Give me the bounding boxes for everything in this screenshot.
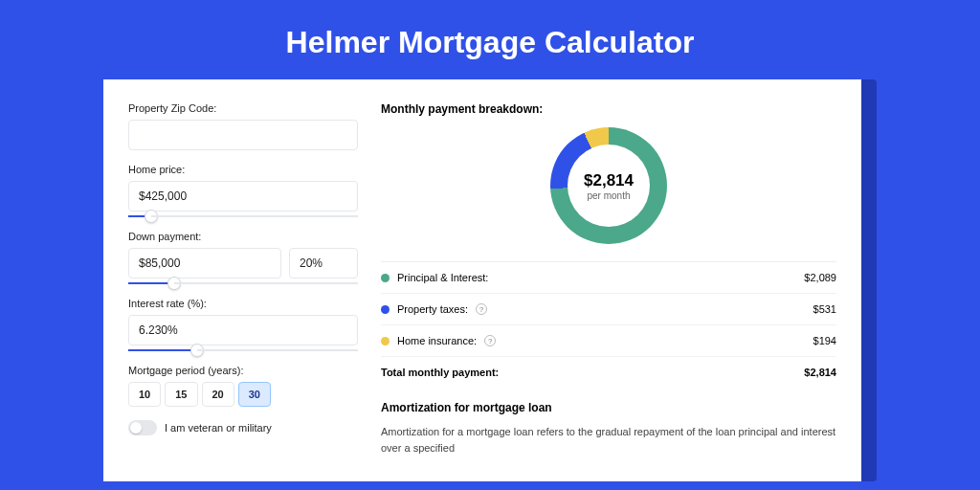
zip-input[interactable] bbox=[128, 120, 358, 150]
period-group: 10 15 20 30 bbox=[128, 382, 358, 407]
legend-value: $2,089 bbox=[804, 272, 836, 283]
home-price-field: Home price: bbox=[128, 164, 358, 217]
down-payment-field: Down payment: bbox=[128, 231, 358, 284]
help-icon[interactable]: ? bbox=[476, 303, 487, 315]
dot-icon bbox=[381, 337, 390, 345]
period-field: Mortgage period (years): 10 15 20 30 bbox=[128, 365, 358, 407]
breakdown-column: Monthly payment breakdown: $2,814 per mo… bbox=[381, 102, 836, 481]
help-icon[interactable]: ? bbox=[484, 335, 496, 346]
page-title: Helmer Mortgage Calculator bbox=[0, 0, 980, 79]
period-option-15[interactable]: 15 bbox=[165, 382, 197, 407]
calculator-card: Property Zip Code: Home price: Down paym… bbox=[103, 79, 861, 481]
inputs-column: Property Zip Code: Home price: Down paym… bbox=[128, 102, 358, 481]
period-option-30[interactable]: 30 bbox=[238, 382, 271, 407]
legend: Principal & Interest: $2,089 Property ta… bbox=[381, 261, 836, 388]
period-option-10[interactable]: 10 bbox=[128, 382, 161, 407]
total-value: $2,814 bbox=[804, 367, 836, 378]
home-price-input[interactable] bbox=[128, 181, 358, 212]
legend-label: Property taxes: bbox=[397, 303, 468, 315]
interest-slider-thumb[interactable] bbox=[190, 344, 204, 357]
legend-value: $531 bbox=[813, 303, 836, 315]
down-payment-slider[interactable] bbox=[128, 282, 358, 284]
legend-row-insurance: Home insurance: ? $194 bbox=[381, 325, 836, 357]
amort-title: Amortization for mortgage loan bbox=[381, 401, 836, 414]
donut-value: $2,814 bbox=[584, 171, 634, 190]
veteran-label: I am veteran or military bbox=[165, 422, 272, 434]
legend-row-taxes: Property taxes: ? $531 bbox=[381, 294, 836, 325]
interest-input[interactable] bbox=[128, 315, 358, 345]
veteran-toggle[interactable] bbox=[128, 420, 157, 435]
down-payment-slider-thumb[interactable] bbox=[167, 277, 181, 290]
total-label: Total monthly payment: bbox=[381, 367, 499, 378]
breakdown-title: Monthly payment breakdown: bbox=[381, 102, 836, 116]
period-label: Mortgage period (years): bbox=[128, 365, 358, 376]
home-price-label: Home price: bbox=[128, 164, 358, 175]
legend-row-principal: Principal & Interest: $2,089 bbox=[381, 262, 836, 294]
legend-value: $194 bbox=[813, 335, 836, 346]
payment-donut-chart: $2,814 per month bbox=[550, 127, 667, 244]
home-price-slider[interactable] bbox=[128, 215, 358, 217]
down-payment-pct-input[interactable] bbox=[289, 248, 358, 278]
period-option-20[interactable]: 20 bbox=[202, 382, 234, 407]
dot-icon bbox=[381, 274, 390, 282]
home-price-slider-thumb[interactable] bbox=[145, 210, 158, 223]
zip-label: Property Zip Code: bbox=[128, 102, 358, 114]
interest-slider[interactable] bbox=[128, 349, 358, 351]
legend-row-total: Total monthly payment: $2,814 bbox=[381, 357, 836, 388]
amort-body: Amortization for a mortgage loan refers … bbox=[381, 424, 836, 456]
veteran-row: I am veteran or military bbox=[128, 420, 358, 435]
card-shadow: Property Zip Code: Home price: Down paym… bbox=[103, 79, 877, 481]
down-payment-input[interactable] bbox=[128, 248, 281, 278]
interest-label: Interest rate (%): bbox=[128, 298, 358, 309]
legend-label: Principal & Interest: bbox=[397, 272, 488, 283]
down-payment-label: Down payment: bbox=[128, 231, 358, 242]
interest-field: Interest rate (%): bbox=[128, 298, 358, 351]
dot-icon bbox=[381, 305, 390, 314]
donut-wrap: $2,814 per month bbox=[381, 127, 836, 244]
donut-sublabel: per month bbox=[587, 190, 630, 201]
zip-field: Property Zip Code: bbox=[128, 102, 358, 150]
legend-label: Home insurance: bbox=[397, 335, 477, 346]
